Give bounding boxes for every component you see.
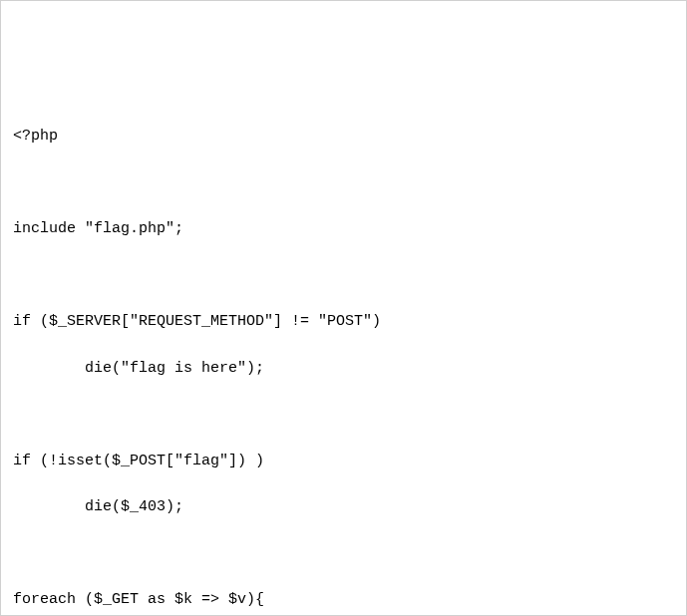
code-line	[13, 542, 674, 565]
code-line: if ($_SERVER["REQUEST_METHOD"] != "POST"…	[13, 310, 674, 333]
code-line	[13, 403, 674, 426]
code-line	[13, 171, 674, 194]
code-line	[13, 264, 674, 287]
php-code-block: <?php include "flag.php"; if ($_SERVER["…	[13, 102, 674, 616]
code-line: include "flag.php";	[13, 217, 674, 240]
code-line: <?php	[13, 125, 674, 148]
code-line: die($_403);	[13, 495, 674, 518]
code-line: die("flag is here");	[13, 357, 674, 380]
code-line: if (!isset($_POST["flag"]) )	[13, 450, 674, 472]
code-line: foreach ($_GET as $k => $v){	[13, 588, 674, 611]
